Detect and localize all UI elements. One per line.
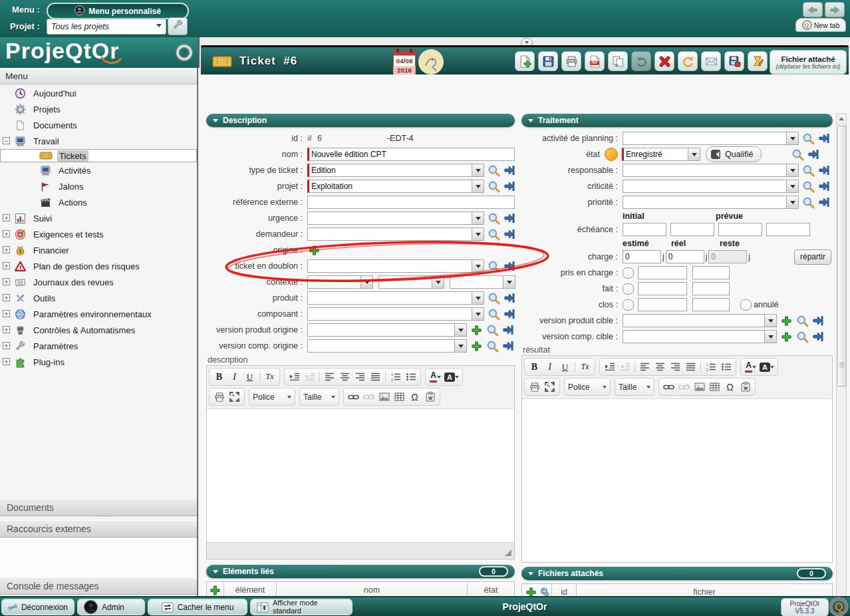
text-color-button[interactable]: A [428,369,443,385]
qualifier-button[interactable]: Qualifié [706,146,762,162]
goto-icon[interactable] [501,339,515,353]
special-char-button[interactable]: Ω [407,389,422,404]
add-plus-icon[interactable] [307,243,321,257]
resize-handle-icon[interactable] [505,549,511,556]
add-plus-icon[interactable] [470,339,483,353]
align-left-icon[interactable] [322,369,337,385]
add-plus-icon[interactable] [779,330,793,343]
admin-button[interactable]: Admin [77,599,145,615]
sidebar-item-documents[interactable]: Documents [0,117,197,133]
align-justify-icon[interactable] [683,359,698,375]
new-ticket-button[interactable] [515,51,535,71]
font-family-select[interactable]: Police [567,379,608,394]
description-editor-content[interactable] [207,408,514,542]
sidebar-item-plug-ins[interactable]: +Plug-ins [0,354,197,370]
font-size-select[interactable]: Taille [302,389,337,404]
sidebar-item-journaux-des-revues[interactable]: +Journaux des revues [0,274,197,290]
align-center-icon[interactable] [652,359,668,375]
align-right-icon[interactable] [353,369,368,385]
sidebar-item-aujourd-hui[interactable]: Aujourd'hui [0,85,197,101]
sidebar-item-actions[interactable]: Actions [0,194,197,210]
magnifier-icon[interactable] [801,196,815,209]
bold-button[interactable]: B [527,359,542,375]
magnifier-icon[interactable] [486,323,499,337]
sidebar-item-outils[interactable]: +Outils [0,290,197,306]
version-produit-cible-select[interactable] [623,314,777,327]
bg-color-button[interactable]: A [758,359,776,375]
goto-icon[interactable] [503,164,516,177]
chevron-down-icon[interactable] [454,340,466,352]
underline-button[interactable]: U [242,369,257,385]
goto-icon[interactable] [817,196,831,209]
goto-icon[interactable] [503,307,516,321]
special-char-button[interactable]: Ω [722,379,738,394]
chevron-down-icon[interactable] [472,180,484,192]
echeance-prevue-time-input[interactable] [766,223,810,236]
italic-button[interactable]: I [227,369,242,385]
font-size-select[interactable]: Taille [617,379,652,394]
sidebar-item-param-tres[interactable]: +Paramètres [0,338,197,354]
urgence-select[interactable] [307,212,484,225]
chevron-down-icon[interactable] [688,148,700,160]
magnifier-icon[interactable] [487,259,500,273]
expand-box-icon[interactable]: + [3,342,10,349]
projet-select[interactable]: Exploitation [307,180,484,193]
outdent-icon[interactable] [302,369,317,385]
scrollbar-thumb[interactable] [837,126,847,386]
chevron-down-icon[interactable] [786,132,798,144]
sidebar-item-suivi[interactable]: +Suivi [0,210,197,226]
repartir-button[interactable]: répartir [794,249,831,265]
remove-format-button[interactable]: Tx [262,369,277,385]
goto-icon[interactable] [503,228,516,241]
annule-checkbox[interactable] [740,299,752,311]
ordered-list-icon[interactable]: 12 [703,359,718,375]
clos-time-input[interactable] [692,298,730,311]
email-button[interactable] [701,51,721,71]
sidebar-panel-console[interactable]: Console de messages [0,577,197,595]
bg-color-button[interactable]: A [443,369,460,385]
expand-box-icon[interactable]: + [3,326,10,333]
magnifier-icon[interactable] [801,180,815,193]
goto-icon[interactable] [503,212,516,225]
expand-box-icon[interactable]: + [3,294,10,301]
align-right-icon[interactable] [668,359,683,375]
sidebar-panel-documents[interactable]: Documents ······ [0,499,197,516]
expand-box-icon[interactable]: + [3,358,10,365]
echeance-prevue-date-input[interactable] [718,223,762,236]
responsable-select[interactable] [623,164,799,177]
align-justify-icon[interactable] [368,369,383,385]
chevron-down-icon[interactable] [786,180,798,192]
ticket-en-doublon-select[interactable] [307,259,484,273]
expand-box-icon[interactable]: + [3,278,10,285]
deconnexion-button[interactable]: Déconnexion [1,599,74,615]
indent-icon[interactable] [287,369,302,385]
criticite-select[interactable] [623,180,799,193]
magnifier-icon[interactable] [795,314,809,327]
outdent-icon[interactable] [617,359,633,375]
sidebar-item-exigences-et-tests[interactable]: +Exigences et tests [0,226,197,242]
sidebar-item-financier[interactable]: +$Financier [0,242,197,258]
unlink-icon[interactable] [676,379,692,394]
project-settings-button[interactable] [168,17,188,35]
fait-time-input[interactable] [692,282,730,295]
goto-icon[interactable] [817,180,831,193]
clos-date-input[interactable] [638,298,687,311]
sidebar-item-travail[interactable]: −Travail [0,133,197,149]
checklist-button[interactable] [748,51,768,71]
echeance-initial-date-input[interactable] [623,223,666,236]
print-button[interactable] [561,51,581,71]
table-icon[interactable] [707,379,722,394]
undo-button[interactable] [631,51,651,71]
chevron-down-icon[interactable] [786,196,798,208]
sidebar-item-param-tres-environnementaux[interactable]: +Paramètres environnementaux [0,306,197,322]
chevron-down-icon[interactable] [472,308,484,320]
collapse-box-icon[interactable]: − [3,137,10,144]
pris-en-charge-date-input[interactable] [638,266,687,279]
sidebar-item-activit-s[interactable]: Activités [0,162,197,178]
chevron-down-icon[interactable] [454,324,466,336]
image-icon[interactable] [692,379,707,394]
chevron-down-icon[interactable] [764,315,776,327]
pris-en-charge-checkbox[interactable] [623,267,634,279]
project-select[interactable]: Tous les projets [47,19,166,35]
goto-icon[interactable] [811,314,825,327]
